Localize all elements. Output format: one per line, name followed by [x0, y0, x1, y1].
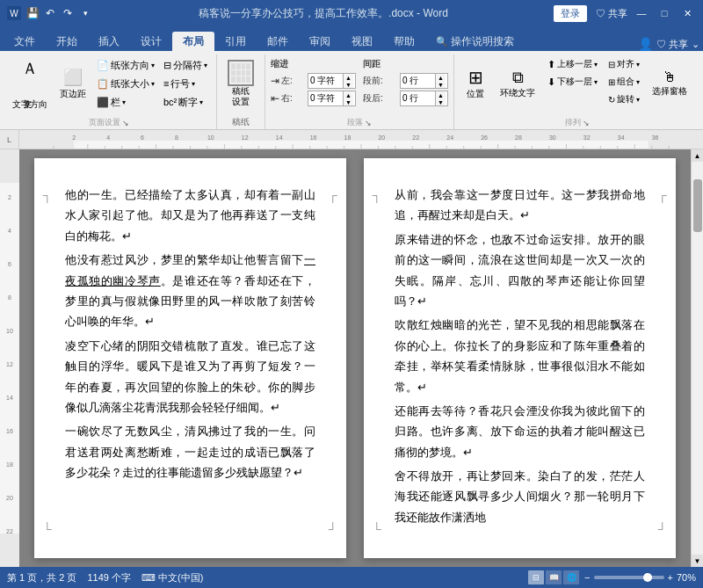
- read-mode-button[interactable]: 📖: [546, 570, 562, 584]
- page-setup-expand-icon[interactable]: ↘: [122, 119, 129, 127]
- language-indicator[interactable]: ⌨ 中文(中国): [141, 571, 203, 584]
- scroll-thumb[interactable]: [693, 179, 702, 232]
- line-numbers-icon: ≡: [163, 78, 169, 89]
- indent-left-down[interactable]: ▼: [344, 81, 353, 88]
- zoom-plus-button[interactable]: +: [668, 572, 673, 583]
- indent-left-up[interactable]: ▲: [344, 74, 353, 81]
- undo-button[interactable]: ↶: [42, 5, 58, 21]
- manuscript-setup-button[interactable]: 稿纸 设置: [222, 56, 259, 111]
- group-button[interactable]: ⊞ 组合 ▾: [605, 74, 643, 90]
- spacing-after-spinner[interactable]: ▲ ▼: [435, 91, 446, 105]
- tab-design[interactable]: 设计: [130, 32, 172, 51]
- indent-right-up[interactable]: ▲: [344, 91, 353, 98]
- spacing-before-row: 段前: 0 行 ▲ ▼: [363, 73, 448, 89]
- horizontal-ruler: L: [0, 130, 703, 149]
- position-button[interactable]: ⊞ 位置: [460, 56, 491, 111]
- text-direction-button[interactable]: Ａ文字 文字方向: [7, 56, 53, 111]
- arrange-expand-icon[interactable]: ↘: [583, 119, 590, 127]
- page-bracket-bottom-left: └: [43, 519, 52, 541]
- indent-right-down[interactable]: ▼: [344, 98, 353, 105]
- print-layout-button[interactable]: ⊟: [528, 570, 544, 584]
- spacing-before-spinner[interactable]: ▲ ▼: [435, 74, 446, 88]
- tab-home[interactable]: 开始: [46, 32, 88, 51]
- move-backward-button[interactable]: ⬇ 下移一层 ▾: [544, 74, 601, 90]
- paper-size-button[interactable]: 📋 纸张大小 ▾: [93, 75, 158, 92]
- scroll-track[interactable]: [692, 162, 703, 555]
- indent-expand-icon[interactable]: ↘: [365, 119, 372, 127]
- rotate-icon: ↻: [608, 95, 615, 105]
- page-bracket-top-left-2: ┐: [373, 185, 381, 207]
- hyphenation-button[interactable]: bc² 断字 ▾: [160, 93, 211, 111]
- move-forward-button[interactable]: ⬆ 上移一层 ▾: [544, 56, 601, 72]
- breaks-button[interactable]: ⊟ 分隔符 ▾: [160, 56, 211, 74]
- tab-review[interactable]: 审阅: [299, 32, 341, 51]
- web-layout-button[interactable]: 🌐: [563, 570, 579, 584]
- indent-right-spinner[interactable]: ▲ ▼: [343, 91, 353, 105]
- right-para-4: 还能再去等待？香花只会湮没你我为彼此留下的归路。也许多离、放下命运的执着才能叫醒…: [395, 401, 645, 462]
- tab-view[interactable]: 视图: [341, 32, 383, 51]
- indent-right-input[interactable]: 0 字符 ▲ ▼: [308, 91, 356, 106]
- svg-text:8: 8: [8, 294, 11, 301]
- tab-references[interactable]: 引用: [214, 32, 257, 51]
- minimize-button[interactable]: —: [633, 4, 650, 22]
- save-button[interactable]: 💾: [25, 5, 40, 21]
- spacing-before-down[interactable]: ▼: [436, 81, 446, 88]
- document-area: 2 4 6 8 10 12 14 16 18 20 22 ┐ ┌ 他的一生。已经…: [0, 149, 703, 567]
- align-icon: ⊟: [608, 60, 615, 69]
- paper-orientation-button[interactable]: 📄 纸张方向 ▾: [93, 56, 158, 74]
- manuscript-icon: [228, 60, 254, 86]
- scroll-up-button[interactable]: ▲: [692, 149, 704, 162]
- svg-text:22: 22: [6, 528, 13, 534]
- close-button[interactable]: ✕: [678, 4, 696, 22]
- line-numbers-button[interactable]: ≡ 行号 ▾: [160, 75, 211, 92]
- text-direction-label: 文字方向: [12, 99, 47, 110]
- indent-left-input[interactable]: 0 字符 ▲ ▼: [308, 73, 356, 89]
- spacing-after-input[interactable]: 0 行 ▲ ▼: [400, 91, 448, 106]
- hyphenation-label: 断字: [178, 96, 198, 109]
- share-button[interactable]: ♡ 共享: [596, 7, 627, 20]
- vertical-scrollbar[interactable]: ▲ ▼: [691, 149, 703, 567]
- scroll-down-button[interactable]: ▼: [692, 555, 704, 567]
- forward-backward-col: ⬆ 上移一层 ▾ ⬇ 下移一层 ▾: [544, 56, 601, 90]
- indent-right-label: ⇤右:: [271, 92, 306, 105]
- spacing-after-down[interactable]: ▼: [436, 98, 446, 105]
- ruler-corner[interactable]: L: [0, 130, 19, 149]
- share-ribbon-button[interactable]: ♡ 共享: [656, 38, 688, 51]
- tab-file[interactable]: 文件: [4, 32, 46, 51]
- indent-right-row: ⇤右: 0 字符 ▲ ▼: [271, 91, 356, 106]
- zoom-minus-button[interactable]: −: [584, 572, 590, 583]
- spacing-before-input[interactable]: 0 行 ▲ ▼: [400, 73, 448, 89]
- svg-rect-57: [0, 183, 19, 534]
- align-button[interactable]: ⊟ 对齐 ▾: [605, 56, 643, 72]
- tab-search[interactable]: 🔍 操作说明搜索: [425, 32, 525, 51]
- right-para-1: 从前，我会靠这一梦度日过年。这一梦我拼命地追，再醒过来却是白天。↵: [395, 185, 645, 226]
- margins-button[interactable]: ⬜ 页边距: [54, 56, 91, 111]
- select-pane-icon: 🖱: [663, 69, 677, 85]
- rotate-button[interactable]: ↻ 旋转 ▾: [605, 91, 643, 107]
- customize-quick-access[interactable]: ▾: [77, 5, 93, 21]
- wrap-text-button[interactable]: ⧉ 环绕文字: [495, 56, 540, 111]
- zoom-track[interactable]: [594, 576, 664, 579]
- underline-span-1: 一夜孤独的幽冷琴声: [65, 253, 315, 287]
- tab-layout[interactable]: 布局: [172, 32, 214, 51]
- svg-text:36: 36: [652, 134, 659, 141]
- login-button[interactable]: 登录: [554, 5, 587, 22]
- line-numbers-label: 行号: [170, 77, 190, 91]
- columns-button[interactable]: ⬛ 栏 ▾: [93, 93, 158, 111]
- zoom-thumb[interactable]: [643, 573, 652, 582]
- indent-left-spinner[interactable]: ▲ ▼: [343, 74, 353, 88]
- svg-text:20: 20: [378, 134, 385, 141]
- wrap-label: 环绕文字: [500, 87, 535, 99]
- tab-insert[interactable]: 插入: [88, 32, 130, 51]
- maximize-button[interactable]: □: [656, 4, 673, 22]
- redo-button[interactable]: ↷: [60, 5, 76, 21]
- tab-mailings[interactable]: 邮件: [257, 32, 299, 51]
- select-pane-button[interactable]: 🖱 选择窗格: [647, 56, 692, 111]
- spacing-before-label: 段前:: [363, 75, 398, 87]
- tab-help[interactable]: 帮助: [383, 32, 425, 51]
- spacing-after-up[interactable]: ▲: [436, 91, 446, 98]
- document-page-left: ┐ ┌ 他的一生。已经描绘了太多认真，却有着一副山水人家引起了他。却又是为了他再…: [34, 158, 346, 558]
- spacing-before-up[interactable]: ▲: [436, 74, 446, 81]
- collapse-ribbon-button[interactable]: ⌄: [692, 39, 699, 50]
- document-scroll-area[interactable]: ┐ ┌ 他的一生。已经描绘了太多认真，却有着一副山水人家引起了他。却又是为了他再…: [19, 149, 691, 567]
